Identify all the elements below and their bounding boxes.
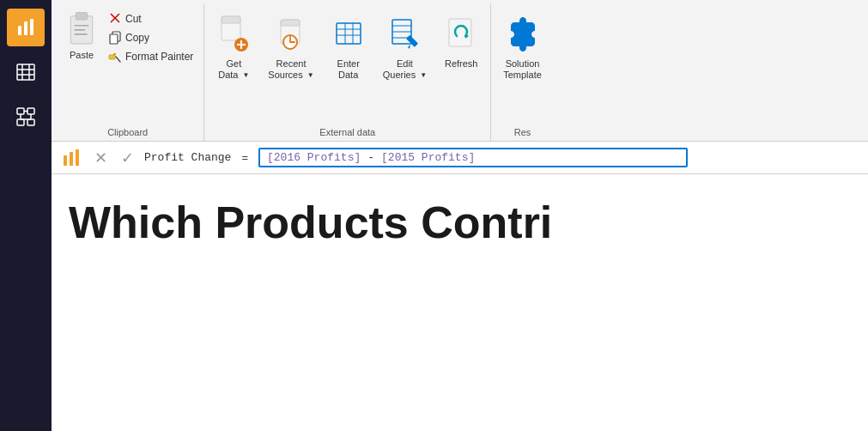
edit-queries-label: EditQueries ▼ bbox=[383, 58, 428, 82]
sidebar-item-bar-chart[interactable] bbox=[7, 9, 45, 46]
paste-label: Paste bbox=[70, 50, 94, 60]
svg-rect-11 bbox=[27, 119, 34, 125]
svg-rect-24 bbox=[110, 34, 118, 44]
formula-field-name: Profit Change bbox=[144, 151, 231, 164]
svg-rect-51 bbox=[76, 149, 79, 166]
svg-rect-19 bbox=[75, 29, 86, 31]
clipboard-group: Paste Cut bbox=[52, 3, 204, 141]
paste-icon bbox=[65, 10, 98, 48]
solution-template-button[interactable]: SolutionTemplate bbox=[495, 7, 550, 82]
formula-confirm-button[interactable]: ✓ bbox=[118, 147, 137, 169]
sidebar-item-table[interactable] bbox=[7, 53, 45, 91]
ribbon: Paste Cut bbox=[52, 0, 868, 142]
svg-marker-46 bbox=[408, 45, 410, 49]
svg-rect-29 bbox=[222, 16, 240, 23]
svg-rect-3 bbox=[17, 64, 34, 80]
formula-bar: ✕ ✓ Profit Change = [2016 Profits] - [20… bbox=[52, 142, 868, 174]
solution-group: SolutionTemplate Res bbox=[491, 3, 554, 141]
svg-rect-50 bbox=[70, 152, 73, 166]
solution-buttons: SolutionTemplate bbox=[495, 3, 550, 124]
solution-template-label: SolutionTemplate bbox=[503, 58, 542, 82]
cut-button[interactable]: Cut bbox=[105, 10, 197, 27]
format-painter-icon bbox=[108, 50, 122, 64]
content-title: Which Products Contri bbox=[69, 200, 552, 245]
svg-rect-10 bbox=[17, 119, 24, 125]
refresh-label: Refresh bbox=[445, 58, 478, 71]
enter-data-label: EnterData bbox=[337, 58, 360, 82]
formula-part-1: [2016 Profits] bbox=[267, 151, 361, 164]
bar-chart-icon bbox=[15, 17, 36, 38]
clipboard-buttons: Paste Cut bbox=[58, 3, 197, 124]
edit-queries-icon bbox=[387, 12, 422, 57]
formula-equals: = bbox=[241, 151, 248, 164]
recent-sources-label: RecentSources ▼ bbox=[268, 58, 313, 82]
enter-data-button[interactable]: EnterData bbox=[323, 7, 374, 124]
small-clipboard-buttons: Cut Copy bbox=[105, 7, 197, 65]
sidebar bbox=[0, 0, 52, 431]
recent-sources-icon bbox=[274, 12, 308, 57]
sidebar-item-model[interactable] bbox=[7, 98, 45, 136]
svg-rect-8 bbox=[17, 108, 24, 114]
svg-rect-36 bbox=[337, 23, 361, 44]
formula-cancel-button[interactable]: ✕ bbox=[91, 147, 111, 169]
external-data-group: GetData ▼ RecentSources ▼ bbox=[204, 3, 491, 141]
svg-rect-34 bbox=[281, 20, 300, 26]
get-data-icon bbox=[216, 12, 251, 57]
format-painter-label: Format Painter bbox=[125, 51, 193, 63]
formula-expression[interactable]: [2016 Profits] - [2015 Profits] bbox=[258, 148, 688, 167]
svg-rect-25 bbox=[109, 55, 115, 59]
model-icon bbox=[15, 106, 36, 127]
formula-part-2: [2015 Profits] bbox=[381, 151, 475, 164]
external-data-buttons: GetData ▼ RecentSources ▼ bbox=[208, 3, 487, 124]
refresh-icon bbox=[444, 12, 478, 57]
paste-button[interactable]: Paste bbox=[58, 7, 105, 64]
svg-line-27 bbox=[116, 57, 120, 62]
clipboard-group-label: Clipboard bbox=[107, 124, 148, 141]
content-area: Which Products Contri bbox=[52, 174, 868, 431]
edit-queries-button[interactable]: EditQueries ▼ bbox=[374, 7, 436, 124]
main-area: Paste Cut bbox=[52, 0, 868, 431]
table-icon bbox=[15, 62, 36, 82]
svg-rect-0 bbox=[18, 26, 21, 35]
formula-bar-chart-icon bbox=[58, 145, 84, 171]
external-data-group-label: External data bbox=[208, 124, 487, 141]
formula-operator: - bbox=[367, 151, 374, 164]
get-data-button[interactable]: GetData ▼ bbox=[208, 7, 259, 124]
cut-icon bbox=[108, 12, 122, 26]
svg-rect-17 bbox=[76, 13, 88, 20]
recent-sources-button[interactable]: RecentSources ▼ bbox=[259, 7, 322, 124]
get-data-label: GetData ▼ bbox=[218, 58, 249, 82]
refresh-button[interactable]: Refresh bbox=[435, 7, 487, 124]
enter-data-icon bbox=[331, 12, 366, 57]
copy-label: Copy bbox=[125, 32, 149, 44]
copy-button[interactable]: Copy bbox=[105, 29, 197, 46]
svg-rect-2 bbox=[30, 19, 33, 35]
copy-icon bbox=[108, 31, 122, 45]
res-label: Res bbox=[495, 124, 550, 141]
svg-rect-26 bbox=[113, 53, 116, 55]
svg-rect-1 bbox=[24, 21, 27, 35]
svg-rect-9 bbox=[27, 108, 34, 114]
solution-template-icon bbox=[506, 12, 540, 57]
svg-rect-18 bbox=[75, 25, 89, 27]
svg-rect-49 bbox=[64, 155, 67, 166]
format-painter-button[interactable]: Format Painter bbox=[105, 48, 197, 65]
cut-label: Cut bbox=[125, 13, 142, 25]
svg-rect-20 bbox=[75, 33, 88, 35]
